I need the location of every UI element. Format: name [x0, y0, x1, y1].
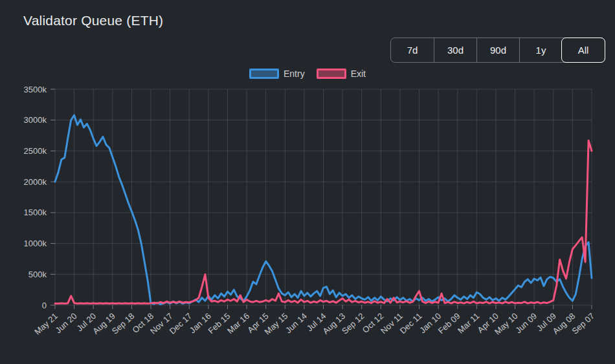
x-tick-label: May 21 — [32, 311, 60, 337]
y-tick-label: 3000k — [24, 115, 47, 125]
y-tick-label: 2000k — [24, 177, 47, 187]
chart-canvas[interactable]: 0500k1000k1500k2000k2500k3000k3500kMay 2… — [0, 0, 615, 364]
x-tick-label: Feb 09 — [436, 311, 462, 336]
x-tick-label: Jun 14 — [284, 311, 309, 335]
y-tick-label: 500k — [28, 270, 47, 279]
x-tick-label: Jun 20 — [54, 311, 79, 335]
validator-queue-dashboard: Validator Queue (ETH) 7d 30d 90d 1y All … — [0, 0, 615, 364]
y-tick-label: 0 — [42, 301, 47, 310]
x-tick-label: Mar 11 — [456, 311, 481, 336]
y-tick-label: 3500k — [24, 85, 47, 94]
y-tick-label: 1500k — [24, 208, 47, 217]
x-tick-label: Mar 16 — [225, 311, 251, 336]
x-tick-label: Jun 09 — [513, 311, 539, 335]
x-tick-label: Dec 11 — [398, 311, 424, 336]
y-tick-label: 2500k — [24, 146, 47, 156]
y-tick-label: 1000k — [24, 239, 47, 248]
